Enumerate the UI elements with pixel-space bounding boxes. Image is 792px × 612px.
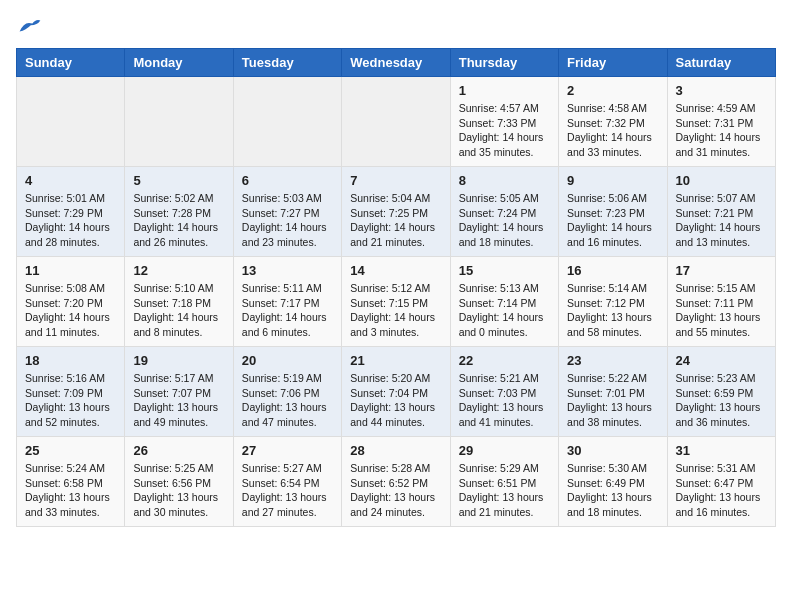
day-info: Sunrise: 5:11 AMSunset: 7:17 PMDaylight:… (242, 281, 333, 340)
logo-bird-icon (18, 16, 42, 36)
calendar-cell: 3Sunrise: 4:59 AMSunset: 7:31 PMDaylight… (667, 77, 775, 167)
day-number: 24 (676, 353, 767, 368)
day-number: 14 (350, 263, 441, 278)
day-info: Sunrise: 5:03 AMSunset: 7:27 PMDaylight:… (242, 191, 333, 250)
calendar-cell: 29Sunrise: 5:29 AMSunset: 6:51 PMDayligh… (450, 437, 558, 527)
day-info: Sunrise: 5:27 AMSunset: 6:54 PMDaylight:… (242, 461, 333, 520)
calendar-cell: 16Sunrise: 5:14 AMSunset: 7:12 PMDayligh… (559, 257, 667, 347)
calendar-cell: 6Sunrise: 5:03 AMSunset: 7:27 PMDaylight… (233, 167, 341, 257)
day-info: Sunrise: 5:31 AMSunset: 6:47 PMDaylight:… (676, 461, 767, 520)
day-number: 15 (459, 263, 550, 278)
day-info: Sunrise: 5:21 AMSunset: 7:03 PMDaylight:… (459, 371, 550, 430)
day-number: 10 (676, 173, 767, 188)
weekday-header-sunday: Sunday (17, 49, 125, 77)
day-number: 8 (459, 173, 550, 188)
calendar-cell: 28Sunrise: 5:28 AMSunset: 6:52 PMDayligh… (342, 437, 450, 527)
day-info: Sunrise: 5:05 AMSunset: 7:24 PMDaylight:… (459, 191, 550, 250)
day-number: 26 (133, 443, 224, 458)
calendar-cell (17, 77, 125, 167)
day-number: 18 (25, 353, 116, 368)
day-info: Sunrise: 5:16 AMSunset: 7:09 PMDaylight:… (25, 371, 116, 430)
day-number: 9 (567, 173, 658, 188)
calendar-week-row: 1Sunrise: 4:57 AMSunset: 7:33 PMDaylight… (17, 77, 776, 167)
day-number: 11 (25, 263, 116, 278)
day-info: Sunrise: 4:57 AMSunset: 7:33 PMDaylight:… (459, 101, 550, 160)
weekday-header-row: SundayMondayTuesdayWednesdayThursdayFrid… (17, 49, 776, 77)
calendar-cell: 26Sunrise: 5:25 AMSunset: 6:56 PMDayligh… (125, 437, 233, 527)
day-info: Sunrise: 5:10 AMSunset: 7:18 PMDaylight:… (133, 281, 224, 340)
calendar-cell: 1Sunrise: 4:57 AMSunset: 7:33 PMDaylight… (450, 77, 558, 167)
weekday-header-tuesday: Tuesday (233, 49, 341, 77)
day-number: 21 (350, 353, 441, 368)
day-info: Sunrise: 5:12 AMSunset: 7:15 PMDaylight:… (350, 281, 441, 340)
day-info: Sunrise: 5:13 AMSunset: 7:14 PMDaylight:… (459, 281, 550, 340)
calendar-week-row: 18Sunrise: 5:16 AMSunset: 7:09 PMDayligh… (17, 347, 776, 437)
calendar-cell: 14Sunrise: 5:12 AMSunset: 7:15 PMDayligh… (342, 257, 450, 347)
calendar-cell: 17Sunrise: 5:15 AMSunset: 7:11 PMDayligh… (667, 257, 775, 347)
calendar-cell: 18Sunrise: 5:16 AMSunset: 7:09 PMDayligh… (17, 347, 125, 437)
day-number: 7 (350, 173, 441, 188)
weekday-header-friday: Friday (559, 49, 667, 77)
day-info: Sunrise: 5:01 AMSunset: 7:29 PMDaylight:… (25, 191, 116, 250)
calendar-week-row: 25Sunrise: 5:24 AMSunset: 6:58 PMDayligh… (17, 437, 776, 527)
day-info: Sunrise: 5:14 AMSunset: 7:12 PMDaylight:… (567, 281, 658, 340)
day-number: 28 (350, 443, 441, 458)
calendar-cell: 5Sunrise: 5:02 AMSunset: 7:28 PMDaylight… (125, 167, 233, 257)
day-number: 27 (242, 443, 333, 458)
calendar-week-row: 11Sunrise: 5:08 AMSunset: 7:20 PMDayligh… (17, 257, 776, 347)
calendar-cell: 13Sunrise: 5:11 AMSunset: 7:17 PMDayligh… (233, 257, 341, 347)
calendar-cell: 9Sunrise: 5:06 AMSunset: 7:23 PMDaylight… (559, 167, 667, 257)
day-number: 25 (25, 443, 116, 458)
calendar-cell: 23Sunrise: 5:22 AMSunset: 7:01 PMDayligh… (559, 347, 667, 437)
calendar-cell: 11Sunrise: 5:08 AMSunset: 7:20 PMDayligh… (17, 257, 125, 347)
weekday-header-saturday: Saturday (667, 49, 775, 77)
calendar-cell: 4Sunrise: 5:01 AMSunset: 7:29 PMDaylight… (17, 167, 125, 257)
day-info: Sunrise: 5:20 AMSunset: 7:04 PMDaylight:… (350, 371, 441, 430)
day-number: 17 (676, 263, 767, 278)
day-number: 12 (133, 263, 224, 278)
day-info: Sunrise: 5:22 AMSunset: 7:01 PMDaylight:… (567, 371, 658, 430)
day-info: Sunrise: 5:24 AMSunset: 6:58 PMDaylight:… (25, 461, 116, 520)
calendar-cell (233, 77, 341, 167)
day-number: 22 (459, 353, 550, 368)
day-number: 13 (242, 263, 333, 278)
calendar-cell: 19Sunrise: 5:17 AMSunset: 7:07 PMDayligh… (125, 347, 233, 437)
calendar-cell: 10Sunrise: 5:07 AMSunset: 7:21 PMDayligh… (667, 167, 775, 257)
day-number: 4 (25, 173, 116, 188)
day-number: 6 (242, 173, 333, 188)
day-number: 23 (567, 353, 658, 368)
day-info: Sunrise: 4:58 AMSunset: 7:32 PMDaylight:… (567, 101, 658, 160)
day-number: 30 (567, 443, 658, 458)
calendar-cell (342, 77, 450, 167)
day-number: 3 (676, 83, 767, 98)
calendar-week-row: 4Sunrise: 5:01 AMSunset: 7:29 PMDaylight… (17, 167, 776, 257)
day-info: Sunrise: 4:59 AMSunset: 7:31 PMDaylight:… (676, 101, 767, 160)
calendar-cell: 25Sunrise: 5:24 AMSunset: 6:58 PMDayligh… (17, 437, 125, 527)
day-number: 1 (459, 83, 550, 98)
calendar-cell: 20Sunrise: 5:19 AMSunset: 7:06 PMDayligh… (233, 347, 341, 437)
day-info: Sunrise: 5:04 AMSunset: 7:25 PMDaylight:… (350, 191, 441, 250)
calendar-cell: 22Sunrise: 5:21 AMSunset: 7:03 PMDayligh… (450, 347, 558, 437)
day-number: 19 (133, 353, 224, 368)
calendar-cell: 21Sunrise: 5:20 AMSunset: 7:04 PMDayligh… (342, 347, 450, 437)
day-info: Sunrise: 5:02 AMSunset: 7:28 PMDaylight:… (133, 191, 224, 250)
calendar-cell: 8Sunrise: 5:05 AMSunset: 7:24 PMDaylight… (450, 167, 558, 257)
day-info: Sunrise: 5:17 AMSunset: 7:07 PMDaylight:… (133, 371, 224, 430)
day-number: 16 (567, 263, 658, 278)
calendar-table: SundayMondayTuesdayWednesdayThursdayFrid… (16, 48, 776, 527)
weekday-header-monday: Monday (125, 49, 233, 77)
day-info: Sunrise: 5:15 AMSunset: 7:11 PMDaylight:… (676, 281, 767, 340)
calendar-cell: 24Sunrise: 5:23 AMSunset: 6:59 PMDayligh… (667, 347, 775, 437)
day-info: Sunrise: 5:07 AMSunset: 7:21 PMDaylight:… (676, 191, 767, 250)
calendar-cell: 2Sunrise: 4:58 AMSunset: 7:32 PMDaylight… (559, 77, 667, 167)
calendar-cell: 31Sunrise: 5:31 AMSunset: 6:47 PMDayligh… (667, 437, 775, 527)
day-number: 20 (242, 353, 333, 368)
day-number: 2 (567, 83, 658, 98)
day-info: Sunrise: 5:30 AMSunset: 6:49 PMDaylight:… (567, 461, 658, 520)
calendar-cell: 12Sunrise: 5:10 AMSunset: 7:18 PMDayligh… (125, 257, 233, 347)
calendar-cell: 15Sunrise: 5:13 AMSunset: 7:14 PMDayligh… (450, 257, 558, 347)
day-info: Sunrise: 5:25 AMSunset: 6:56 PMDaylight:… (133, 461, 224, 520)
day-info: Sunrise: 5:23 AMSunset: 6:59 PMDaylight:… (676, 371, 767, 430)
calendar-cell: 27Sunrise: 5:27 AMSunset: 6:54 PMDayligh… (233, 437, 341, 527)
logo (16, 16, 42, 36)
